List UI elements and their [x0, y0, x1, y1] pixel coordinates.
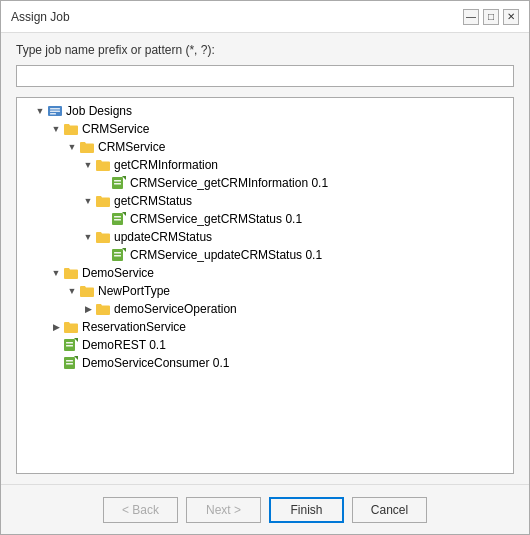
search-label: Type job name prefix or pattern (*, ?): — [16, 43, 514, 57]
content-area: Type job name prefix or pattern (*, ?): … — [1, 33, 529, 484]
close-button[interactable]: ✕ — [503, 9, 519, 25]
tree-node-demoserviceconsumer[interactable]: ▶ DemoServiceConsumer 0.1 — [17, 354, 513, 372]
tree-node-getcrmstatus[interactable]: ▼ getCRMStatus — [17, 192, 513, 210]
demorest-label: DemoREST 0.1 — [82, 338, 166, 352]
svg-rect-22 — [66, 363, 73, 365]
updatecrmstatus-label: updateCRMStatus — [114, 230, 212, 244]
toggle-demoservice[interactable]: ▼ — [49, 266, 63, 280]
tree-node-updatecrmstatus[interactable]: ▼ updateCRMStatus — [17, 228, 513, 246]
search-input[interactable] — [16, 65, 514, 87]
maximize-button[interactable]: □ — [483, 9, 499, 25]
next-button[interactable]: Next > — [186, 497, 261, 523]
folder-icon-8 — [95, 301, 111, 317]
svg-rect-6 — [114, 183, 121, 185]
toggle-getcrminformation[interactable]: ▼ — [81, 158, 95, 172]
demoservice-label: DemoService — [82, 266, 154, 280]
root-icon — [47, 103, 63, 119]
footer: < Back Next > Finish Cancel — [1, 484, 529, 534]
svg-rect-14 — [114, 255, 121, 257]
window-title: Assign Job — [11, 10, 70, 24]
folder-icon-7 — [79, 283, 95, 299]
toggle-root[interactable]: ▼ — [33, 104, 47, 118]
job-icon-4 — [63, 337, 79, 353]
minimize-button[interactable]: — — [463, 9, 479, 25]
svg-rect-1 — [50, 108, 60, 110]
toggle-getcrmstatus[interactable]: ▼ — [81, 194, 95, 208]
finish-button[interactable]: Finish — [269, 497, 344, 523]
folder-icon-5 — [95, 229, 111, 245]
tree-node-job-getcrmstatus[interactable]: ▶ CRMService_getCRMStatus 0.1 — [17, 210, 513, 228]
tree-node-root[interactable]: ▼ Job Designs — [17, 102, 513, 120]
getcrminformation-label: getCRMInformation — [114, 158, 218, 172]
newporttype-label: NewPortType — [98, 284, 170, 298]
toggle-demoserviceoperation[interactable]: ▶ — [81, 302, 95, 316]
folder-icon-3 — [95, 157, 111, 173]
toggle-reservationservice[interactable]: ▶ — [49, 320, 63, 334]
svg-rect-5 — [114, 180, 121, 182]
getcrmstatus-label: getCRMStatus — [114, 194, 192, 208]
svg-rect-9 — [114, 216, 121, 218]
tree-node-job-updatecrmstatus[interactable]: ▶ CRMService_updateCRMStatus 0.1 — [17, 246, 513, 264]
svg-rect-3 — [50, 113, 56, 115]
folder-icon-6 — [63, 265, 79, 281]
job-getcrmstatus-label: CRMService_getCRMStatus 0.1 — [130, 212, 302, 226]
svg-rect-18 — [66, 345, 73, 347]
assign-job-window: Assign Job — □ ✕ Type job name prefix or… — [0, 0, 530, 535]
job-tree[interactable]: ▼ Job Designs ▼ — [16, 97, 514, 474]
tree-node-demoservice[interactable]: ▼ DemoService — [17, 264, 513, 282]
tree-node-getcrminformation[interactable]: ▼ getCRMInformation — [17, 156, 513, 174]
crmservice-nested-label: CRMService — [98, 140, 165, 154]
svg-rect-21 — [66, 360, 73, 362]
folder-icon-9 — [63, 319, 79, 335]
title-bar: Assign Job — □ ✕ — [1, 1, 529, 33]
reservationservice-label: ReservationService — [82, 320, 186, 334]
job-icon-1 — [111, 175, 127, 191]
folder-icon-4 — [95, 193, 111, 209]
tree-node-demorest[interactable]: ▶ DemoREST 0.1 — [17, 336, 513, 354]
toggle-crmservice-top[interactable]: ▼ — [49, 122, 63, 136]
tree-node-newporttype[interactable]: ▼ NewPortType — [17, 282, 513, 300]
job-updatecrmstatus-label: CRMService_updateCRMStatus 0.1 — [130, 248, 322, 262]
job-getcrminformation-label: CRMService_getCRMInformation 0.1 — [130, 176, 328, 190]
crmservice-top-label: CRMService — [82, 122, 149, 136]
svg-rect-10 — [114, 219, 121, 221]
tree-node-crmservice-top[interactable]: ▼ CRMService — [17, 120, 513, 138]
toggle-updatecrmstatus[interactable]: ▼ — [81, 230, 95, 244]
root-label: Job Designs — [66, 104, 132, 118]
toggle-crmservice-nested[interactable]: ▼ — [65, 140, 79, 154]
tree-node-job-getcrminformation[interactable]: ▶ CRMService_getCRMInformation 0.1 — [17, 174, 513, 192]
tree-node-demoserviceoperation[interactable]: ▶ demoServiceOperation — [17, 300, 513, 318]
demoserviceoperation-label: demoServiceOperation — [114, 302, 237, 316]
svg-rect-2 — [50, 111, 60, 113]
demoserviceconsumer-label: DemoServiceConsumer 0.1 — [82, 356, 229, 370]
tree-node-reservationservice[interactable]: ▶ ReservationService — [17, 318, 513, 336]
tree-node-crmservice-nested[interactable]: ▼ CRMService — [17, 138, 513, 156]
cancel-button[interactable]: Cancel — [352, 497, 427, 523]
window-controls: — □ ✕ — [463, 9, 519, 25]
svg-rect-13 — [114, 252, 121, 254]
job-icon-5 — [63, 355, 79, 371]
folder-icon-2 — [79, 139, 95, 155]
folder-icon — [63, 121, 79, 137]
job-icon-3 — [111, 247, 127, 263]
back-button[interactable]: < Back — [103, 497, 178, 523]
toggle-newporttype[interactable]: ▼ — [65, 284, 79, 298]
job-icon-2 — [111, 211, 127, 227]
svg-rect-17 — [66, 342, 73, 344]
